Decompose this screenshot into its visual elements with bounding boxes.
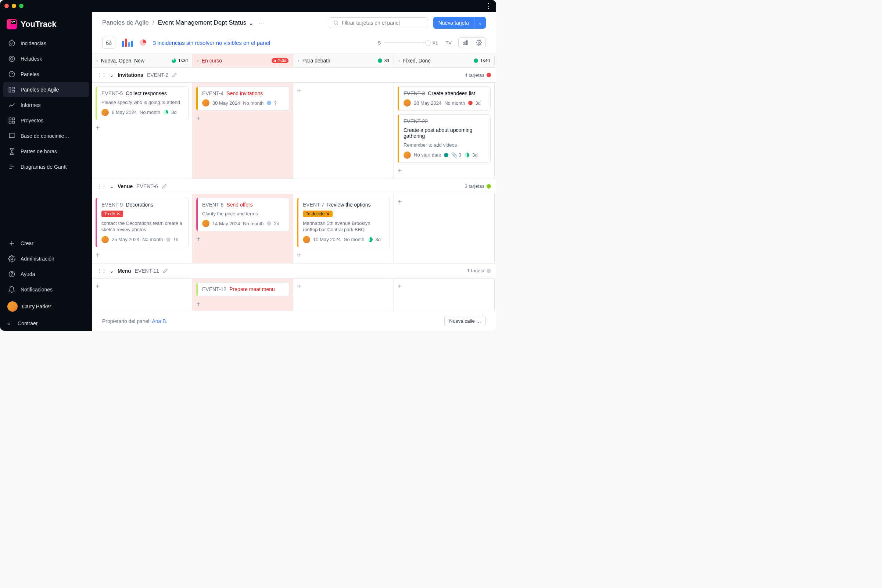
pie-chart-icon[interactable] bbox=[140, 39, 146, 46]
sidebar-item-incidencias[interactable]: Incidencias bbox=[3, 36, 89, 51]
card-month: No month bbox=[444, 100, 465, 106]
add-card-button[interactable]: + bbox=[96, 282, 104, 291]
gantt-icon bbox=[8, 163, 15, 171]
drag-handle-icon[interactable]: ⋮⋮ bbox=[97, 268, 106, 274]
search-box[interactable] bbox=[329, 17, 428, 28]
chevron-down-icon: ⌄ bbox=[110, 268, 114, 274]
swimlane-header[interactable]: ⋮⋮⌄InvitationsEVENT-24 tarjetas bbox=[92, 68, 496, 82]
brand[interactable]: YouTrack bbox=[0, 16, 92, 36]
chart-view-button[interactable] bbox=[459, 38, 472, 48]
card[interactable]: EVENT-8Send offersClarify the price and … bbox=[196, 198, 289, 231]
edit-icon[interactable] bbox=[162, 184, 167, 189]
add-card-button[interactable]: + bbox=[297, 282, 306, 291]
column-header[interactable]: ‹Fixed, Done 1s4d bbox=[394, 54, 495, 67]
add-card-button[interactable]: + bbox=[196, 114, 205, 123]
card[interactable]: EVENT-4Send invitations30 May 2024No mon… bbox=[196, 86, 289, 111]
sidebar-collapse[interactable]: « Contraer bbox=[0, 316, 92, 331]
sidebar-item-crear[interactable]: Crear bbox=[3, 236, 89, 250]
close-window-icon[interactable] bbox=[4, 4, 9, 8]
sidebar-item-proyectos[interactable]: Proyectos bbox=[3, 113, 89, 128]
edit-icon[interactable] bbox=[172, 72, 177, 78]
column-header[interactable]: ‹Nueva, Open, New 1s3d bbox=[92, 54, 193, 67]
drag-handle-icon[interactable]: ⋮⋮ bbox=[97, 72, 106, 78]
add-card-button[interactable]: + bbox=[297, 86, 306, 95]
unresolved-issues-link[interactable]: 3 incidencias sin resolver no visibles e… bbox=[153, 40, 270, 46]
sidebar-user[interactable]: Carry Parker bbox=[0, 297, 92, 316]
search-input[interactable] bbox=[342, 20, 424, 26]
card-estimate: 2d bbox=[274, 221, 279, 226]
card[interactable]: EVENT-7Review the optionsTo decide ✕Manh… bbox=[297, 198, 390, 248]
swimlane-title: Menu bbox=[118, 268, 131, 274]
card-tag[interactable]: To decide ✕ bbox=[303, 211, 333, 217]
column-header[interactable]: ‹En curso● 2s3d bbox=[193, 54, 293, 67]
sidebar-item-paneles[interactable]: Paneles bbox=[3, 67, 89, 82]
add-card-button[interactable]: + bbox=[196, 235, 205, 243]
progress-pie-icon bbox=[163, 110, 168, 115]
sidebar-item-base-de-conocimie-[interactable]: Base de conocimie… bbox=[3, 129, 89, 143]
card[interactable]: EVENT-12Prepare meat menu bbox=[196, 282, 289, 296]
card-month: No month bbox=[142, 237, 163, 242]
sidebar-item-notificaciones[interactable]: Notificaciones bbox=[3, 282, 89, 297]
sidebar-item-helpdesk[interactable]: Helpdesk bbox=[3, 51, 89, 66]
swimlane-count: 1 tarjeta bbox=[467, 268, 491, 273]
svg-point-0 bbox=[9, 41, 15, 46]
add-card-button[interactable]: + bbox=[398, 166, 406, 175]
card-meta: No start date📎 33d bbox=[404, 152, 486, 159]
add-card-button[interactable]: + bbox=[297, 251, 306, 260]
breadcrumb-current[interactable]: Event Management Dept Status ⌄ bbox=[158, 19, 254, 27]
inbox-button[interactable] bbox=[102, 37, 116, 48]
card-id: EVENT-9 bbox=[101, 202, 123, 208]
card[interactable]: EVENT-3Create attendees list28 May 2024N… bbox=[398, 86, 490, 111]
column-badge: 1s4d bbox=[474, 58, 490, 63]
new-column-button[interactable]: Nueva calle … bbox=[444, 316, 486, 326]
card-size-slider[interactable] bbox=[384, 42, 429, 44]
new-card-dropdown[interactable]: ⌄ bbox=[474, 17, 486, 28]
board-cell: EVENT-4Send invitations30 May 2024No mon… bbox=[193, 82, 293, 178]
edit-icon[interactable] bbox=[163, 268, 168, 273]
column-title: Nueva, Open, New bbox=[101, 58, 144, 64]
svg-rect-7 bbox=[9, 118, 11, 120]
size-tv-label[interactable]: TV bbox=[446, 40, 452, 46]
swimlane-header[interactable]: ⋮⋮⌄VenueEVENT-63 tarjetas bbox=[92, 179, 496, 194]
sidebar-item-diagramas-de-gantt[interactable]: Diagramas de Gantt bbox=[3, 159, 89, 174]
card-estimate: 3d bbox=[472, 152, 477, 158]
sidebar-item-ayuda[interactable]: Ayuda bbox=[3, 267, 89, 282]
column-title: Fixed, Done bbox=[403, 58, 431, 64]
assignee-avatar bbox=[303, 236, 310, 243]
add-card-button[interactable]: + bbox=[398, 198, 406, 206]
sidebar-item-administraci-n[interactable]: Administración bbox=[3, 251, 89, 266]
minimize-window-icon[interactable] bbox=[12, 4, 16, 8]
column-header[interactable]: ‹Para debatir 3d bbox=[293, 54, 394, 67]
assignee-avatar bbox=[101, 236, 109, 243]
brand-name: YouTrack bbox=[21, 20, 56, 29]
swimlane-header[interactable]: ⋮⋮⌄MenuEVENT-111 tarjeta bbox=[92, 264, 496, 279]
drag-handle-icon[interactable]: ⋮⋮ bbox=[97, 183, 106, 189]
progress-pie-icon bbox=[368, 237, 373, 242]
bar-chart-icon[interactable] bbox=[122, 39, 133, 46]
user-name: Carry Parker bbox=[22, 303, 51, 309]
card[interactable]: EVENT-5Collect responsesPlease specify w… bbox=[96, 86, 189, 120]
new-card-button[interactable]: Nueva tarjeta bbox=[433, 17, 474, 28]
settings-button[interactable] bbox=[472, 38, 486, 48]
owner-link[interactable]: Ana B. bbox=[152, 318, 167, 324]
add-card-button[interactable]: + bbox=[398, 282, 406, 291]
chevron-left-icon: ‹ bbox=[398, 58, 400, 64]
more-icon[interactable]: ⋯ bbox=[259, 19, 265, 27]
add-card-button[interactable]: + bbox=[196, 300, 205, 308]
add-card-button[interactable]: + bbox=[96, 124, 104, 132]
sidebar-item-label: Base de conocimie… bbox=[21, 133, 69, 139]
card[interactable]: EVENT-22Create a post about upcoming gat… bbox=[398, 114, 490, 163]
board-cell: EVENT-12Prepare meat menu+ bbox=[193, 279, 293, 311]
swimlane-row: EVENT-5Collect responsesPlease specify w… bbox=[92, 82, 496, 179]
sidebar-item-paneles-de-agile[interactable]: Paneles de Agile bbox=[3, 82, 89, 97]
card-month: No month bbox=[243, 221, 264, 226]
sidebar-item-informes[interactable]: Informes bbox=[3, 98, 89, 112]
maximize-window-icon[interactable] bbox=[19, 4, 24, 8]
window-menu-icon[interactable]: ⋮ bbox=[485, 2, 492, 10]
sidebar-item-partes-de-horas[interactable]: Partes de horas bbox=[3, 144, 89, 159]
board-cell: EVENT-8Send offersClarify the price and … bbox=[193, 194, 293, 263]
card-tag[interactable]: To do ✕ bbox=[101, 211, 123, 217]
breadcrumb-parent[interactable]: Paneles de Agile bbox=[102, 19, 149, 27]
add-card-button[interactable]: + bbox=[96, 251, 104, 260]
card[interactable]: EVENT-9DecorationsTo do ✕contact the Dec… bbox=[96, 198, 189, 248]
